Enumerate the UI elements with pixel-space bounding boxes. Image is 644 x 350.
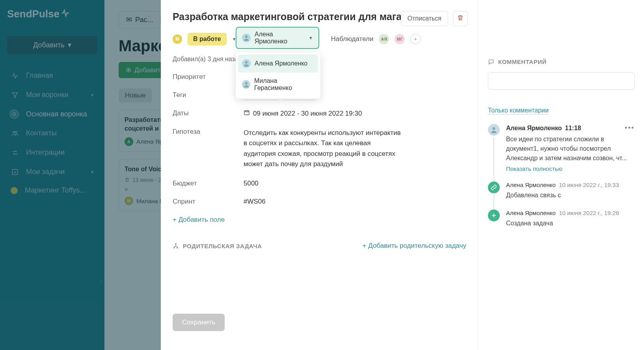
sprint-label: Спринт bbox=[173, 198, 240, 206]
svg-point-6 bbox=[177, 247, 178, 249]
watchers-label: Наблюдатели bbox=[331, 35, 374, 43]
watcher-badge[interactable]: МГ bbox=[395, 34, 405, 44]
activity-text: Добавлена связь с bbox=[506, 191, 635, 200]
assignee-option[interactable]: Алена Ярмоленко bbox=[238, 54, 318, 73]
hierarchy-icon bbox=[173, 243, 179, 249]
option-label: Милана Герасименко bbox=[254, 77, 314, 92]
comment-input[interactable] bbox=[488, 72, 635, 90]
tags-label: Теги bbox=[173, 91, 240, 99]
add-watcher-button[interactable]: + bbox=[410, 34, 421, 44]
comments-filter-link[interactable]: Только комментарии bbox=[488, 107, 549, 114]
activity-time: 11:18 bbox=[565, 125, 581, 132]
option-label: Алена Ярмоленко bbox=[255, 60, 307, 67]
delete-button[interactable] bbox=[453, 11, 468, 26]
status-label: В работе bbox=[193, 36, 221, 43]
svg-rect-3 bbox=[244, 110, 249, 115]
chevron-down-icon: ▼ bbox=[309, 36, 313, 40]
show-more-link[interactable]: Показать полностью bbox=[506, 165, 635, 172]
timeline-line bbox=[493, 137, 494, 182]
link-icon bbox=[488, 182, 500, 193]
sprint-value[interactable]: #WS06 bbox=[244, 198, 266, 206]
activity-comment: Алена Ярмоленко 11:18 ••• Все идеи по ст… bbox=[488, 124, 635, 172]
svg-point-4 bbox=[175, 243, 177, 245]
priority-label: Приоритет bbox=[173, 73, 240, 81]
modal-close-button[interactable]: ✕ bbox=[145, 12, 153, 23]
assignee-selected: Алена Ярмоленко bbox=[255, 31, 305, 45]
svg-point-7 bbox=[493, 127, 495, 130]
svg-point-9 bbox=[245, 61, 248, 64]
svg-point-8 bbox=[245, 36, 248, 38]
activity-task-created: Алена Ярмоленко 10 июня 2022 г., 19:28 С… bbox=[488, 210, 635, 228]
activity-time: 10 июня 2022 г., 19:28 bbox=[559, 210, 619, 216]
assignee-menu: Алена Ярмоленко Милана Герасименко bbox=[236, 52, 320, 99]
dates-label: Даты bbox=[173, 109, 240, 117]
svg-point-10 bbox=[245, 82, 248, 84]
add-field-link[interactable]: + Добавить поле bbox=[173, 216, 225, 224]
activity-author: Алена Ярмоленко bbox=[506, 182, 556, 188]
add-parent-link[interactable]: + Добавить родительскую задачу bbox=[363, 242, 466, 250]
watcher-badge[interactable]: АЯ bbox=[379, 34, 389, 44]
status-select[interactable]: В работе bbox=[188, 33, 227, 45]
timeline-line bbox=[493, 195, 494, 210]
activity-text: Все идеи по стратегии сложили в документ… bbox=[506, 135, 635, 163]
trash-icon bbox=[457, 15, 463, 21]
assignee-dropdown: Алена Ярмоленко ▼ Алена Ярмоленко Милана… bbox=[236, 27, 320, 99]
hypothesis-label: Гипотеза bbox=[173, 128, 240, 136]
parent-task-label: РОДИТЕЛЬСКАЯ ЗАДАЧА bbox=[173, 243, 262, 249]
activity-author: Алена Ярмоленко bbox=[506, 210, 556, 216]
header-actions: Отписаться bbox=[401, 11, 468, 26]
comment-icon bbox=[488, 59, 494, 65]
plus-icon bbox=[488, 210, 500, 221]
save-button[interactable]: Сохранить bbox=[173, 314, 225, 331]
avatar bbox=[488, 124, 500, 136]
activity-link-added: Алена Ярмоленко 10 июня 2022 г., 19:33 Д… bbox=[488, 182, 635, 200]
activity-time: 10 июня 2022 г., 19:33 bbox=[559, 182, 619, 188]
avatar bbox=[242, 34, 251, 42]
activity-author: Алена Ярмоленко bbox=[506, 125, 562, 132]
avatar bbox=[242, 80, 250, 89]
project-marker: М bbox=[173, 34, 182, 44]
assignee-select[interactable]: Алена Ярмоленко ▼ bbox=[236, 27, 319, 49]
budget-value[interactable]: 5000 bbox=[244, 180, 259, 187]
modal-side-panel: КОММЕНТАРИЙ Только комментарии Алена Ярм… bbox=[478, 0, 644, 350]
activity-more-button[interactable]: ••• bbox=[625, 124, 635, 132]
modal-title: Разработка маркетинговой стратегии для м… bbox=[173, 11, 424, 22]
dates-value[interactable]: 09 июня 2022 - 30 июня 2022 19:30 bbox=[253, 110, 362, 118]
svg-point-5 bbox=[174, 247, 175, 249]
budget-label: Бюджет bbox=[173, 180, 240, 187]
hypothesis-text[interactable]: Отследить как конкуренты используют инте… bbox=[244, 128, 401, 169]
activity-text: Создана задача bbox=[506, 219, 635, 228]
task-modal: Разработка маркетинговой стратегии для м… bbox=[161, 0, 644, 350]
unsubscribe-button[interactable]: Отписаться bbox=[401, 11, 448, 26]
avatar bbox=[242, 59, 251, 68]
comments-header: КОММЕНТАРИЙ bbox=[488, 58, 635, 65]
calendar-icon bbox=[244, 109, 250, 118]
parent-task-row: РОДИТЕЛЬСКАЯ ЗАДАЧА + Добавить родительс… bbox=[173, 242, 466, 250]
assignee-option[interactable]: Милана Герасименко bbox=[238, 73, 318, 96]
